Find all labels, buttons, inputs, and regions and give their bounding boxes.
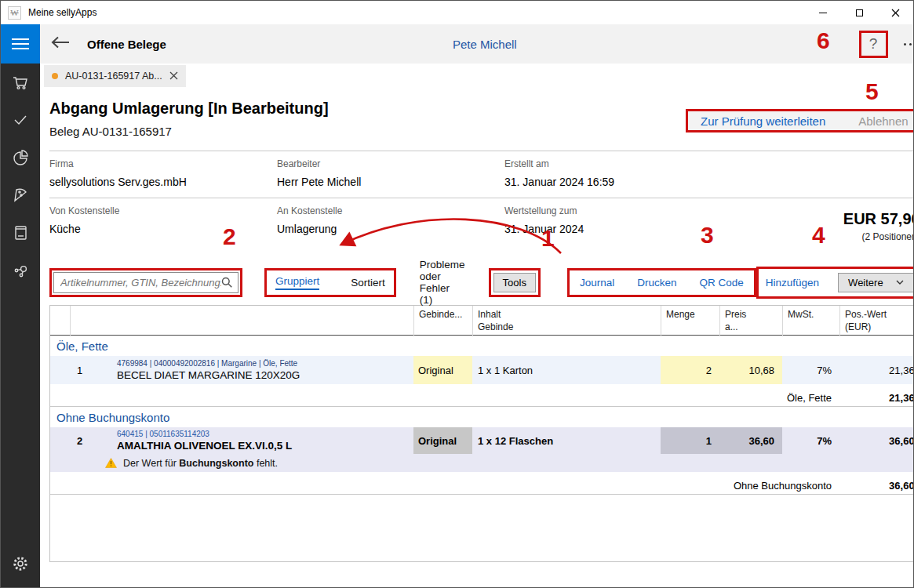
- minimize-button[interactable]: [805, 1, 841, 24]
- col-menge: Menge: [661, 306, 719, 336]
- group-subtotal: Ohne Buchungskonto 36,60: [50, 477, 914, 495]
- app-header: Offene Belege Pete Michell ?: [40, 24, 914, 64]
- col-preis: Preisa...: [719, 306, 782, 336]
- tools-button[interactable]: Tools: [493, 273, 536, 292]
- weitere-dropdown[interactable]: Weitere: [838, 273, 914, 292]
- row-number: 2: [50, 435, 109, 447]
- search-input[interactable]: [60, 277, 221, 289]
- sortiert-tab[interactable]: Sortiert: [351, 277, 385, 289]
- help-label: ?: [869, 35, 878, 53]
- gebinde-cell[interactable]: Original: [413, 427, 472, 454]
- share-network-icon: [11, 261, 30, 280]
- article-cell: 2 640415 | 05011635114203 AMALTHIA OLIVE…: [50, 427, 413, 454]
- annotation-number-2: 2: [223, 225, 236, 249]
- maximize-icon: [856, 9, 863, 16]
- close-button[interactable]: [877, 1, 913, 24]
- shopping-cart-icon: [11, 73, 30, 92]
- field-erstellt-am: Erstellt am 31. Januar 2024 16:59: [504, 158, 697, 188]
- field-label: Von Kostenstelle: [49, 205, 277, 216]
- table-row[interactable]: 1 4769984 | 04000492002816 | Margarine |…: [50, 356, 914, 384]
- annotation-box-grouping: Gruppiert Sortiert: [264, 268, 396, 297]
- menge-cell[interactable]: 2: [661, 356, 719, 384]
- poswert-cell: 21,36: [839, 356, 914, 384]
- page-title: Offene Belege: [87, 38, 166, 51]
- hinzufuegen-link[interactable]: Hinzufügen: [766, 277, 819, 289]
- document-title: Abgang Umlagerung [In Bearbeitung]: [49, 100, 329, 118]
- tab-bar: AU-0131-165917 Ab...: [40, 64, 914, 89]
- sidebar-item-share[interactable]: [1, 252, 40, 289]
- col-mwst: MwSt.: [782, 306, 839, 336]
- field-value: 31. Januar 2024 16:59: [504, 176, 697, 188]
- subtotal-value: 36,60: [839, 480, 914, 492]
- preis-cell[interactable]: 10,68: [719, 356, 782, 384]
- journal-link[interactable]: Journal: [580, 277, 614, 289]
- field-bearbeiter: Bearbeiter Herr Pete Michell: [277, 158, 504, 188]
- field-value: sellysolutions Serv.ges.mbH: [49, 176, 277, 188]
- annotation-number-5: 5: [865, 80, 879, 103]
- field-value: 31. Januar 2024: [504, 223, 697, 235]
- maximize-button[interactable]: [841, 1, 877, 24]
- article-name: BECEL DIAET MARGARINE 120X20G: [117, 369, 300, 381]
- document-total: EUR 57,96 (2 Positionen): [697, 205, 914, 242]
- subtotal-label: Öle, Fette: [50, 392, 839, 404]
- sidebar-item-reports[interactable]: [1, 139, 40, 176]
- field-label: Bearbeiter: [277, 158, 504, 169]
- menge-cell[interactable]: 1: [661, 427, 719, 454]
- poswert-cell: 36,60: [839, 427, 914, 454]
- field-firma: Firma sellysolutions Serv.ges.mbH: [49, 158, 277, 188]
- field-value: Umlagerung: [277, 223, 504, 235]
- app-logo-icon: W: [8, 6, 21, 20]
- field-von-kostenstelle: Von Kostenstelle Küche: [49, 205, 277, 242]
- tab-label: AU-0131-165917 Ab...: [65, 71, 162, 82]
- window-controls: [805, 1, 913, 24]
- hamburger-menu-button[interactable]: [1, 24, 40, 64]
- field-value: Herr Pete Michell: [277, 176, 504, 188]
- positions-count: (2 Positionen): [697, 231, 914, 242]
- pizza-tag-icon: [11, 186, 30, 205]
- sidebar-item-cart[interactable]: [1, 64, 40, 101]
- more-options-button[interactable]: [901, 38, 914, 50]
- warning-text: Der Wert für Buchungskonto fehlt.: [123, 458, 278, 469]
- chevron-down-icon: [896, 280, 904, 285]
- group-header: Öle, Fette: [50, 336, 914, 356]
- drucken-link[interactable]: Drucken: [637, 277, 676, 289]
- close-icon: [891, 9, 900, 17]
- annotation-box-1: Tools: [489, 268, 541, 297]
- tab-document[interactable]: AU-0131-165917 Ab...: [44, 65, 186, 87]
- sidebar-item-offers[interactable]: [1, 176, 40, 214]
- gebinde-cell[interactable]: Original: [413, 356, 472, 384]
- field-an-kostenstelle: An Kostenstelle Umlagerung: [277, 205, 504, 242]
- positions-toolbar: Gruppiert Sortiert Probleme oder Fehler …: [49, 267, 914, 297]
- help-button[interactable]: ?: [859, 31, 888, 58]
- positions-table: Gebinde... InhaltGebinde Menge Preisa...…: [49, 305, 914, 562]
- workflow-actions: Zur Prüfung weiterleiten Ablehnen: [686, 109, 914, 132]
- qr-code-link[interactable]: QR Code: [700, 277, 744, 289]
- subtotal-label: Ohne Buchungskonto: [50, 480, 839, 492]
- sidebar-item-settings[interactable]: [1, 545, 40, 583]
- col-gebinde: Gebinde...: [413, 306, 472, 336]
- field-label: Wertstellung zum: [504, 205, 697, 216]
- back-button[interactable]: [51, 36, 70, 52]
- annotation-box-3: Journal Drucken QR Code: [567, 268, 756, 297]
- document-number: Beleg AU-0131-165917: [49, 125, 329, 138]
- col-poswert: Pos.-Wert(EUR): [839, 306, 914, 336]
- gruppiert-tab[interactable]: Gruppiert: [275, 275, 319, 290]
- article-search: [53, 272, 239, 293]
- tab-close-button[interactable]: [169, 69, 178, 83]
- group-subtotal: Öle, Fette 21,36: [50, 390, 914, 407]
- sidebar-item-catalog[interactable]: [1, 214, 40, 252]
- reject-button[interactable]: Ablehnen: [858, 114, 908, 128]
- close-icon: [169, 71, 178, 80]
- window-title: Meine sellyApps: [28, 7, 96, 18]
- field-label: An Kostenstelle: [277, 205, 504, 216]
- preis-cell[interactable]: 36,60: [719, 427, 782, 454]
- submit-for-review-button[interactable]: Zur Prüfung weiterleiten: [701, 114, 825, 128]
- ellipsis-icon: [904, 43, 906, 45]
- search-icon[interactable]: [221, 277, 233, 289]
- pie-chart-icon: [11, 148, 30, 167]
- table-row-selected[interactable]: 2 640415 | 05011635114203 AMALTHIA OLIVE…: [50, 427, 914, 454]
- user-name-button[interactable]: Pete Michell: [453, 38, 517, 51]
- col-rownum: [50, 306, 70, 336]
- sidebar-item-tasks[interactable]: [1, 101, 40, 139]
- article-name: AMALTHIA OLIVENOEL EX.VI.0,5 L: [117, 440, 292, 452]
